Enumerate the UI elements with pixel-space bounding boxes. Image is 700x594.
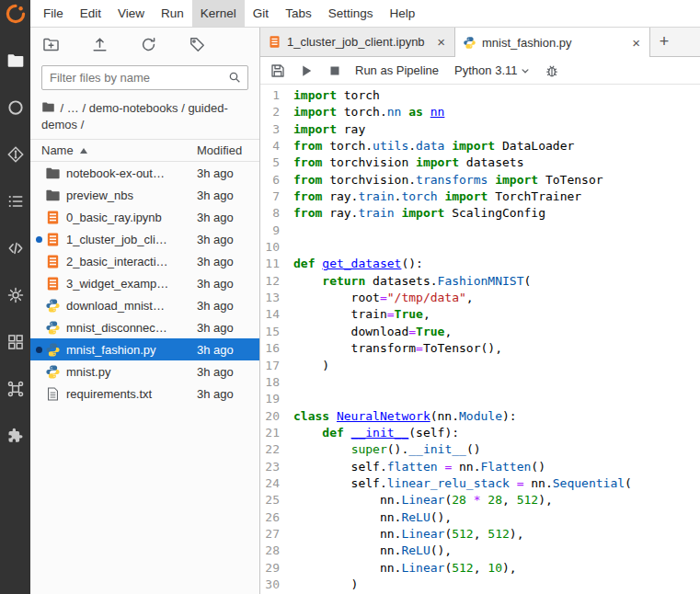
editor-tab[interactable]: mnist_fashion.py× — [455, 28, 650, 57]
code-line[interactable]: 11def get_dataset(): — [260, 256, 700, 272]
code-line[interactable]: 13 root="/tmp/data", — [260, 290, 700, 306]
new-folder-button[interactable] — [42, 36, 60, 53]
refresh-button[interactable] — [140, 36, 157, 53]
file-modified: 3h ago — [197, 365, 259, 379]
file-row[interactable]: mnist_fashion.py3h ago — [30, 338, 259, 360]
code-line[interactable]: 6from torchvision.transforms import ToTe… — [260, 172, 700, 188]
running-kernels-icon[interactable] — [6, 98, 25, 117]
menu-item-edit[interactable]: Edit — [72, 0, 109, 27]
code-line[interactable]: 29 nn.Linear(512, 10), — [260, 560, 700, 577]
line-number: 15 — [260, 324, 288, 340]
table-of-contents-icon[interactable] — [6, 192, 25, 211]
content-area: / … / demo-notebooks / guided-demos / Na… — [30, 28, 700, 594]
save-button[interactable] — [270, 63, 286, 79]
code-line[interactable]: 8from ray.train import ScalingConfig — [260, 205, 700, 222]
code-line[interactable]: 4from torch.utils.data import DataLoader — [260, 138, 700, 154]
code-snippets-icon[interactable] — [6, 239, 25, 257]
code-editor[interactable]: 1import torch2import torch.nn as nn3impo… — [260, 85, 700, 594]
extensions-icon[interactable] — [6, 427, 25, 445]
git-icon[interactable] — [6, 145, 25, 164]
code-line[interactable]: 20class NeuralNetwork(nn.Module): — [260, 408, 700, 425]
tag-button[interactable] — [189, 36, 206, 53]
close-tab-icon[interactable]: × — [435, 35, 447, 49]
code-line[interactable]: 15 download=True, — [260, 324, 700, 340]
line-number: 26 — [260, 509, 288, 526]
debugger-bug-icon[interactable] — [544, 63, 560, 79]
file-row[interactable]: mnist_disconnec…3h ago — [30, 316, 259, 338]
file-row[interactable]: notebook-ex-out…3h ago — [30, 162, 259, 184]
kernel-selector[interactable]: Python 3.11 — [454, 63, 532, 77]
breadcrumb-segment[interactable]: … — [67, 101, 79, 115]
code-line[interactable]: 22 super().__init__() — [260, 441, 700, 458]
close-tab-icon[interactable]: × — [630, 36, 642, 50]
app-logo-icon[interactable] — [0, 0, 30, 28]
file-row[interactable]: 1_cluster_job_cli…3h ago — [30, 228, 259, 250]
file-browser-icon[interactable] — [6, 51, 25, 70]
code-line[interactable]: 1import torch — [260, 87, 700, 104]
code-line[interactable]: 19 — [260, 391, 700, 407]
breadcrumb-separator: / — [79, 101, 89, 115]
column-header-modified[interactable]: Modified — [197, 143, 259, 157]
upload-button[interactable] — [91, 36, 109, 53]
code-line[interactable]: 2import torch.nn as nn — [260, 104, 700, 120]
file-row[interactable]: 2_basic_interacti…3h ago — [30, 250, 259, 272]
menu-item-view[interactable]: View — [109, 0, 153, 27]
runtimes-icon[interactable] — [6, 286, 25, 304]
code-line[interactable]: 28 nn.ReLU(), — [260, 543, 700, 559]
code-text: ) — [288, 358, 700, 374]
code-line[interactable]: 17 ) — [260, 358, 700, 374]
add-tab-button[interactable]: + — [650, 28, 678, 56]
component-catalogs-icon[interactable] — [6, 333, 25, 351]
file-row[interactable]: 3_widget_examp…3h ago — [30, 272, 259, 294]
menu-item-run[interactable]: Run — [153, 0, 192, 27]
code-text: nn.ReLU(), — [288, 509, 700, 526]
code-line[interactable]: 3import ray — [260, 121, 700, 138]
breadcrumb-segment[interactable]: demo-notebooks — [89, 101, 178, 115]
stop-button[interactable] — [327, 63, 343, 79]
code-line[interactable]: 18 — [260, 374, 700, 391]
run-as-pipeline-button[interactable]: Run as Pipeline — [355, 63, 439, 77]
file-row[interactable]: 0_basic_ray.ipynb3h ago — [30, 206, 259, 228]
code-line[interactable]: 27 nn.Linear(512, 512), — [260, 526, 700, 543]
code-line[interactable]: 12 return datasets.FashionMNIST( — [260, 273, 700, 290]
menu-item-git[interactable]: Git — [245, 0, 277, 27]
home-folder-icon[interactable] — [41, 100, 55, 112]
line-number: 12 — [260, 273, 288, 290]
menu-item-tabs[interactable]: Tabs — [277, 0, 320, 27]
menu-item-settings[interactable]: Settings — [320, 0, 382, 27]
code-text: import torch.nn as nn — [288, 104, 700, 120]
menu-item-kernel[interactable]: Kernel — [192, 0, 245, 27]
file-row[interactable]: mnist.py3h ago — [30, 360, 259, 383]
code-text: ) — [288, 577, 700, 593]
unsaved-dot — [36, 347, 42, 353]
command-palette-icon[interactable] — [6, 380, 25, 398]
code-line[interactable]: 25 nn.Linear(28 * 28, 512), — [260, 492, 700, 508]
run-button[interactable] — [298, 63, 315, 79]
code-line[interactable]: 23 self.flatten = nn.Flatten() — [260, 459, 700, 475]
column-header-name[interactable]: Name — [41, 143, 74, 157]
file-row[interactable]: preview_nbs3h ago — [30, 184, 259, 206]
code-line[interactable]: 24 self.linear_relu_stack = nn.Sequentia… — [260, 475, 700, 492]
filter-files-input[interactable] — [41, 65, 248, 90]
line-number: 25 — [260, 492, 288, 508]
code-line[interactable]: 7from ray.train.torch import TorchTraine… — [260, 188, 700, 205]
code-line[interactable]: 16 transform=ToTensor(), — [260, 340, 700, 357]
menu-item-help[interactable]: Help — [381, 0, 423, 27]
editor-tab[interactable]: 1_cluster_job_client.ipynb× — [260, 28, 455, 56]
file-row[interactable]: download_mnist…3h ago — [30, 294, 259, 316]
file-row[interactable]: requirements.txt3h ago — [30, 383, 259, 405]
code-line[interactable]: 21 def __init__(self): — [260, 425, 700, 441]
code-line[interactable]: 10 — [260, 239, 700, 256]
code-text: nn.Linear(512, 10), — [288, 560, 700, 577]
notebook-file-icon — [45, 210, 61, 225]
code-text: nn.Linear(28 * 28, 512), — [288, 492, 700, 508]
code-line[interactable]: 9 — [260, 223, 700, 239]
menu-item-file[interactable]: File — [35, 0, 72, 27]
code-line[interactable]: 26 nn.ReLU(), — [260, 509, 700, 526]
file-name: preview_nbs — [66, 188, 197, 202]
file-modified: 3h ago — [197, 211, 259, 224]
python-file-icon — [45, 298, 61, 314]
code-line[interactable]: 5from torchvision import datasets — [260, 154, 700, 171]
code-line[interactable]: 30 ) — [260, 577, 700, 593]
code-line[interactable]: 14 train=True, — [260, 306, 700, 323]
